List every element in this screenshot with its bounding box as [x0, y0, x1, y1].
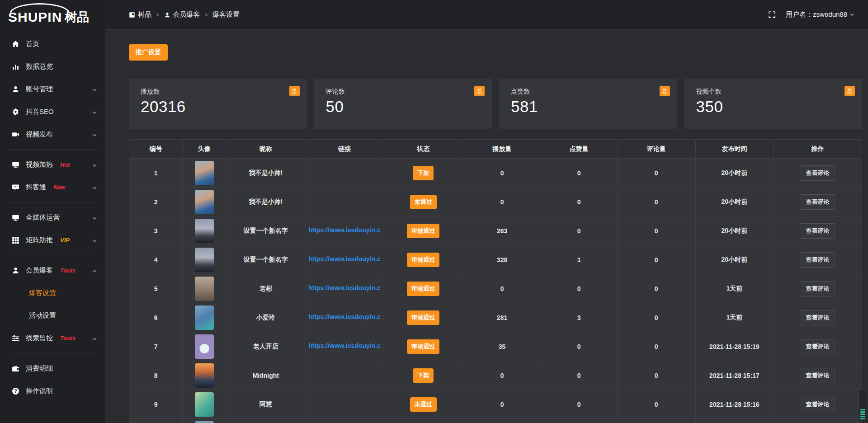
gear-icon — [12, 108, 19, 116]
view-comments-button[interactable]: 查看评论 — [800, 368, 835, 383]
cell-publish-time — [695, 419, 773, 423]
cell-avatar — [183, 361, 226, 390]
avatar — [195, 334, 214, 359]
cell-link: https://www.iesdouyin.c — [306, 216, 383, 245]
sidebar-item-账号管理[interactable]: 账号管理 — [0, 78, 105, 100]
view-comments-button[interactable]: 查看评论 — [800, 397, 835, 412]
cell-likes: 0 — [541, 274, 617, 303]
avatar — [195, 392, 214, 417]
cell-comments: 0 — [617, 332, 695, 361]
breadcrumb-item[interactable]: 树品 — [129, 10, 151, 19]
cell-plays — [463, 419, 541, 423]
cell-likes: 0 — [541, 361, 617, 390]
table-row: 7老人开店https://www.iesdouyin.c审核通过35002021… — [129, 332, 862, 361]
cell-comments: 0 — [617, 159, 695, 188]
sidebar-item-首页[interactable]: 首页 — [0, 33, 105, 55]
sidebar-item-消费明细[interactable]: 消费明细 — [0, 357, 105, 380]
sidebar-subitem-爆客设置[interactable]: 爆客设置 — [0, 282, 105, 304]
cell-status — [383, 419, 463, 423]
scrollbar-stripe — [860, 414, 865, 415]
status-badge: 未通过 — [410, 195, 437, 209]
stat-value: 350 — [696, 98, 851, 116]
stat-cards: 播放数20316总评论数50总点赞数581总视频个数350总 — [129, 79, 862, 129]
sidebar-item-会员爆客[interactable]: 会员爆客Tools — [0, 259, 105, 282]
wallet-icon — [12, 365, 19, 372]
view-comments-button[interactable]: 查看评论 — [800, 339, 835, 354]
cell-link: https://www.iesdouyin.c — [306, 332, 383, 361]
view-comments-button[interactable]: 查看评论 — [800, 310, 835, 325]
video-camera-icon — [12, 131, 19, 138]
sidebar-item-线索监控[interactable]: 线索监控Tools — [0, 327, 105, 349]
scrollbar-thumb[interactable] — [859, 390, 867, 421]
breadcrumb-item[interactable]: 会员爆客 — [164, 10, 200, 19]
column-header-链接: 链接 — [306, 140, 383, 159]
column-header-播放量: 播放量 — [463, 140, 541, 159]
stat-card-播放数: 播放数20316总 — [129, 79, 307, 129]
cell-publish-time: 2021-11-28 15:16 — [695, 390, 773, 419]
video-link[interactable]: https://www.iesdouyin.c — [308, 284, 381, 291]
sidebar-item-label: 消费明细 — [26, 364, 53, 373]
sidebar-divider — [9, 202, 96, 202]
cell-plays: 281 — [463, 303, 541, 332]
view-comments-button[interactable]: 查看评论 — [800, 194, 835, 210]
video-link[interactable]: https://www.iesdouyin.c — [308, 255, 381, 263]
stat-label: 播放数 — [141, 88, 295, 96]
cell-comments: 0 — [617, 390, 695, 419]
cell-actions: 查看评论 — [773, 303, 862, 332]
cell-id: 3 — [129, 216, 183, 245]
column-header-编号: 编号 — [129, 140, 183, 159]
sidebar-item-抖客通[interactable]: 抖客通New — [0, 176, 105, 198]
video-link[interactable]: https://www.iesdouyin.c — [308, 313, 381, 320]
sidebar-item-操作说明[interactable]: ?操作说明 — [0, 380, 105, 402]
home-icon — [12, 40, 19, 48]
sidebar-item-视频加热[interactable]: 视频加热Hot — [0, 153, 105, 176]
cell-nickname: 老人开店 — [226, 332, 306, 361]
table-row: 1我不是小帅!下架00020小时前查看评论 — [129, 159, 862, 188]
cell-id: 5 — [129, 274, 183, 303]
column-header-昵称: 昵称 — [226, 140, 306, 159]
sidebar-item-视频发布[interactable]: 视频发布 — [0, 123, 105, 146]
sidebar-divider — [9, 255, 96, 255]
sidebar-item-抖音SEO[interactable]: 抖音SEO — [0, 100, 105, 123]
chevron-down-icon — [849, 12, 854, 17]
view-comments-button[interactable]: 查看评论 — [800, 223, 835, 239]
avatar — [195, 277, 214, 301]
sidebar-subitem-活动设置[interactable]: 活动设置 — [0, 304, 105, 327]
promotion-settings-button[interactable]: 推广设置 — [129, 44, 168, 61]
cell-likes: 1 — [541, 245, 617, 274]
status-badge: 审核通过 — [407, 253, 439, 267]
sidebar-item-全媒体运营[interactable]: 全媒体运营 — [0, 206, 105, 229]
status-badge: 下架 — [413, 166, 434, 180]
fullscreen-icon[interactable] — [768, 11, 776, 19]
cell-nickname — [226, 419, 306, 423]
view-comments-button[interactable]: 查看评论 — [800, 252, 835, 268]
video-link[interactable]: https://www.iesdouyin.c — [308, 342, 381, 349]
chevron-down-icon — [92, 184, 97, 190]
view-comments-button[interactable]: 查看评论 — [800, 165, 835, 181]
sidebar-item-矩阵助推[interactable]: 矩阵助推VIP — [0, 229, 105, 251]
sidebar-item-数据总览[interactable]: 数据总览 — [0, 55, 105, 78]
cell-link: https://www.iesdouyin.c — [306, 274, 383, 303]
sidebar-item-label: 线索监控 — [26, 334, 53, 343]
video-link[interactable]: https://www.iesdouyin.c — [308, 226, 381, 234]
user-icon — [12, 267, 19, 274]
view-comments-button[interactable]: 查看评论 — [800, 281, 835, 296]
column-header-头像: 头像 — [183, 140, 226, 159]
cell-avatar — [183, 274, 226, 303]
status-badge: 未通过 — [410, 397, 437, 412]
avatar — [195, 248, 214, 272]
status-badge: 下架 — [413, 368, 434, 383]
chevron-down-icon — [92, 109, 97, 114]
table-header-row: 编号头像昵称链接状态播放量点赞量评论量发布时间操作 — [129, 140, 862, 159]
user-menu[interactable]: 用户名：zswodun88 — [786, 10, 854, 19]
chat-icon — [12, 183, 19, 191]
avatar — [195, 421, 214, 423]
app-logo: SHUPIN 树品 — [0, 0, 105, 30]
main-area: 树品>会员爆客>爆客设置 用户名：zswodun88 推广设置 播放数20316… — [105, 0, 868, 423]
table-row: 5老彬https://www.iesdouyin.c审核通过0001天前查看评论 — [129, 274, 862, 303]
column-header-评论量: 评论量 — [617, 140, 695, 159]
cell-publish-time: 20小时前 — [695, 216, 773, 245]
cell-comments: 0 — [617, 303, 695, 332]
chevron-down-icon — [92, 335, 97, 341]
cell-link — [306, 390, 383, 419]
